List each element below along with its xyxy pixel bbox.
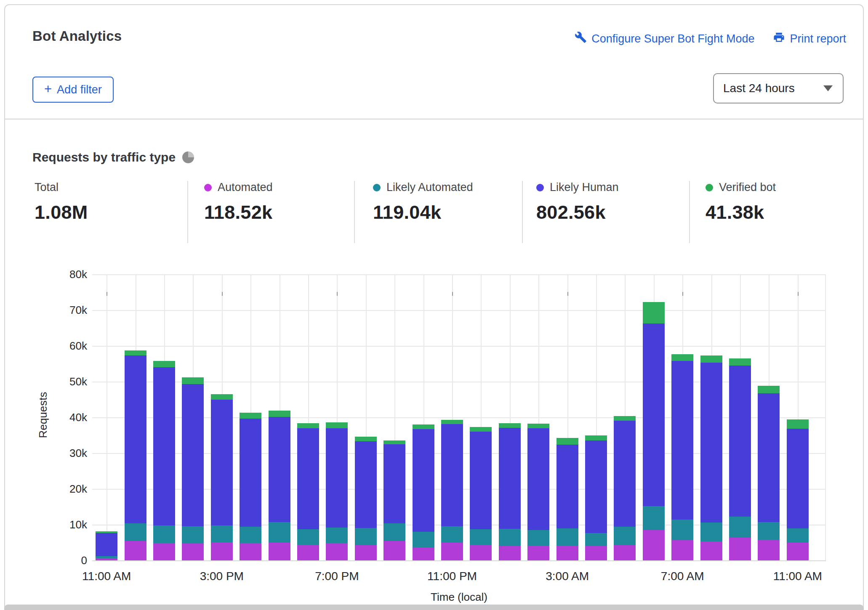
segment-likely-human: [729, 366, 751, 517]
bar-2-00-pm[interactable]: [182, 377, 204, 560]
next-panel-top-edge: [4, 605, 864, 610]
bar-4-00-pm[interactable]: [240, 413, 261, 560]
segment-verified-bot: [355, 437, 377, 441]
segment-likely-automated: [614, 527, 636, 545]
bar-9-00-am[interactable]: [729, 358, 751, 560]
requests-stacked-bar-chart: [92, 274, 826, 560]
add-filter-button[interactable]: + Add filter: [32, 77, 114, 103]
segment-likely-human: [787, 429, 809, 529]
segment-automated: [297, 545, 319, 560]
bar-11-00-am[interactable]: [96, 531, 117, 560]
segment-automated: [614, 545, 636, 560]
segment-automated: [182, 544, 204, 560]
segment-verified-bot: [499, 423, 521, 427]
segment-verified-bot: [125, 350, 146, 355]
v-gridline: [107, 274, 107, 560]
bar-1-00-am[interactable]: [499, 423, 521, 560]
segment-automated: [383, 541, 405, 560]
stat-automated[interactable]: Automated118.52k: [204, 181, 273, 223]
segment-likely-automated: [556, 528, 578, 546]
segment-automated: [326, 543, 348, 560]
segment-automated: [499, 546, 521, 560]
segment-verified-bot: [240, 413, 261, 419]
print-link-label: Print report: [790, 32, 846, 45]
segment-automated: [441, 543, 463, 560]
add-filter-label: Add filter: [57, 83, 102, 96]
stat-value: 119.04k: [373, 202, 473, 223]
bar-11-00-pm[interactable]: [441, 420, 463, 560]
bar-10-00-pm[interactable]: [413, 424, 434, 560]
page-title: Bot Analytics: [32, 28, 122, 44]
bar-6-00-am[interactable]: [643, 302, 665, 560]
bar-5-00-pm[interactable]: [269, 411, 290, 560]
segment-likely-human: [470, 432, 492, 529]
chevron-down-icon: [823, 85, 833, 91]
bar-7-00-am[interactable]: [671, 354, 693, 560]
traffic-type-stats: Total1.08MAutomated118.52kLikely Automat…: [5, 181, 863, 244]
bar-12-00-pm[interactable]: [125, 350, 146, 560]
segment-automated: [470, 545, 492, 560]
bar-10-00-am[interactable]: [758, 386, 780, 560]
segment-likely-automated: [700, 522, 722, 541]
bar-6-00-pm[interactable]: [297, 423, 319, 560]
segment-likely-automated: [125, 523, 146, 541]
bar-8-00-am[interactable]: [700, 355, 722, 560]
bar-8-00-pm[interactable]: [355, 437, 377, 560]
section-title-row: Requests by traffic type: [32, 150, 194, 164]
segment-automated: [729, 538, 751, 560]
printer-icon: [773, 31, 785, 46]
stat-likely-human[interactable]: Likely Human802.56k: [536, 181, 619, 223]
segment-automated: [125, 541, 146, 560]
bar-7-00-pm[interactable]: [326, 422, 348, 560]
segment-automated: [413, 547, 434, 560]
x-tickmark: [222, 292, 223, 296]
y-tick-label: 10k: [28, 518, 87, 531]
segment-likely-automated: [787, 528, 809, 543]
legend-dot: [706, 184, 713, 191]
print-report-link[interactable]: Print report: [773, 31, 846, 46]
legend-dot: [204, 184, 212, 191]
stat-label: Likely Automated: [386, 181, 473, 194]
v-gridline: [825, 274, 826, 560]
stat-verified-bot[interactable]: Verified bot41.38k: [706, 181, 776, 223]
segment-likely-automated: [240, 527, 261, 543]
bar-3-00-pm[interactable]: [211, 394, 233, 560]
x-tickmark: [452, 292, 453, 296]
stat-value: 118.52k: [204, 202, 273, 223]
bar-2-00-am[interactable]: [527, 424, 549, 560]
segment-likely-human: [240, 419, 261, 527]
bar-4-00-am[interactable]: [585, 435, 607, 560]
configure-super-bot-fight-mode-link[interactable]: Configure Super Bot Fight Mode: [575, 31, 754, 46]
wrench-icon: [575, 31, 587, 46]
segment-verified-bot: [326, 422, 348, 428]
bar-12-00-am[interactable]: [470, 427, 492, 560]
bar-5-00-am[interactable]: [614, 416, 636, 560]
bar-3-00-am[interactable]: [556, 438, 578, 560]
bar-9-00-pm[interactable]: [383, 440, 405, 560]
segment-likely-automated: [470, 529, 492, 545]
time-range-select[interactable]: Last 24 hours: [713, 73, 844, 103]
bar-1-00-pm[interactable]: [153, 361, 175, 560]
segment-automated: [527, 546, 549, 560]
x-tickmark: [107, 292, 107, 296]
stat-total[interactable]: Total1.08M: [35, 181, 88, 223]
segment-likely-human: [326, 428, 348, 528]
segment-likely-human: [758, 393, 780, 522]
x-tickmark: [682, 292, 683, 296]
segment-verified-bot: [643, 302, 665, 324]
segment-verified-bot: [527, 424, 549, 429]
segment-likely-automated: [527, 530, 549, 546]
segment-likely-automated: [326, 528, 348, 543]
y-tick-label: 60k: [28, 339, 87, 353]
segment-verified-bot: [182, 377, 204, 384]
segment-likely-automated: [499, 529, 521, 546]
stat-likely-automated[interactable]: Likely Automated119.04k: [373, 181, 473, 223]
segment-verified-bot: [383, 440, 405, 444]
y-tick-label: 0: [28, 554, 87, 567]
segment-automated: [787, 543, 809, 560]
x-tickmark: [567, 292, 568, 296]
bar-11-00-am[interactable]: [787, 419, 809, 560]
segment-likely-human: [153, 367, 175, 525]
bot-analytics-card: Bot Analytics Configure Super Bot Fight …: [4, 4, 864, 610]
segment-likely-automated: [413, 532, 434, 547]
